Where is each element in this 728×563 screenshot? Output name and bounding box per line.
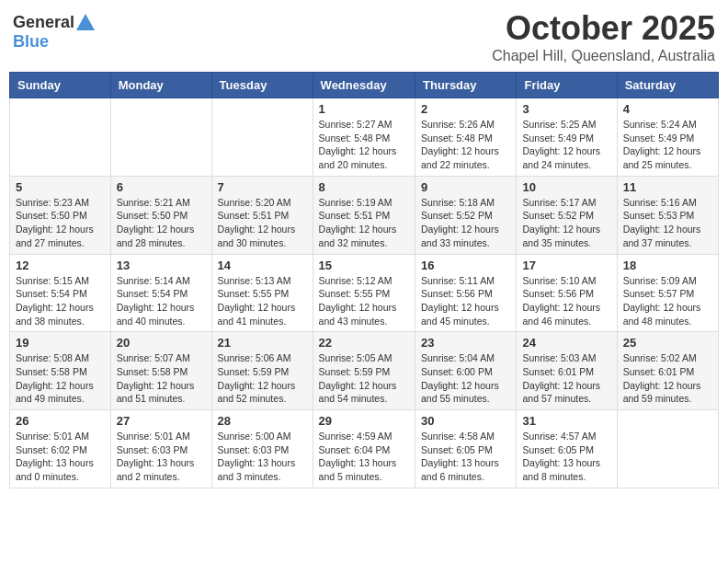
calendar-cell: 2Sunrise: 5:26 AM Sunset: 5:48 PM Daylig… xyxy=(415,98,517,177)
day-info: Sunrise: 5:13 AM Sunset: 5:55 PM Dayligh… xyxy=(218,274,307,328)
calendar-cell xyxy=(10,98,111,177)
logo-general-text: General xyxy=(13,13,74,32)
calendar-cell: 19Sunrise: 5:08 AM Sunset: 5:58 PM Dayli… xyxy=(10,332,111,410)
calendar-cell xyxy=(211,98,313,177)
day-info: Sunrise: 5:00 AM Sunset: 6:03 PM Dayligh… xyxy=(218,430,307,484)
day-number: 20 xyxy=(117,336,206,350)
logo: General Blue xyxy=(13,13,95,52)
day-number: 7 xyxy=(218,180,307,194)
calendar-cell: 12Sunrise: 5:15 AM Sunset: 5:54 PM Dayli… xyxy=(10,254,111,332)
calendar-cell: 26Sunrise: 5:01 AM Sunset: 6:02 PM Dayli… xyxy=(10,410,111,488)
calendar-cell: 22Sunrise: 5:05 AM Sunset: 5:59 PM Dayli… xyxy=(313,332,415,410)
day-number: 2 xyxy=(421,102,510,116)
calendar-cell: 23Sunrise: 5:04 AM Sunset: 6:00 PM Dayli… xyxy=(415,332,517,410)
day-number: 31 xyxy=(522,414,610,428)
day-info: Sunrise: 5:11 AM Sunset: 5:56 PM Dayligh… xyxy=(421,274,510,328)
calendar-cell xyxy=(110,98,211,177)
day-info: Sunrise: 5:17 AM Sunset: 5:52 PM Dayligh… xyxy=(522,196,610,250)
calendar-week-row: 5Sunrise: 5:23 AM Sunset: 5:50 PM Daylig… xyxy=(10,176,719,254)
column-header-monday: Monday xyxy=(110,73,211,98)
day-number: 12 xyxy=(16,259,105,272)
day-number: 18 xyxy=(623,259,712,272)
day-info: Sunrise: 5:01 AM Sunset: 6:03 PM Dayligh… xyxy=(117,430,206,484)
calendar-cell: 8Sunrise: 5:19 AM Sunset: 5:51 PM Daylig… xyxy=(313,176,415,254)
day-info: Sunrise: 5:12 AM Sunset: 5:55 PM Dayligh… xyxy=(319,274,409,328)
calendar-cell: 27Sunrise: 5:01 AM Sunset: 6:03 PM Dayli… xyxy=(110,410,211,488)
day-number: 14 xyxy=(218,259,307,272)
day-info: Sunrise: 5:18 AM Sunset: 5:52 PM Dayligh… xyxy=(421,196,510,250)
column-header-sunday: Sunday xyxy=(10,73,111,98)
calendar-cell: 1Sunrise: 5:27 AM Sunset: 5:48 PM Daylig… xyxy=(313,98,415,177)
calendar-cell: 18Sunrise: 5:09 AM Sunset: 5:57 PM Dayli… xyxy=(617,254,718,332)
calendar-header-row: SundayMondayTuesdayWednesdayThursdayFrid… xyxy=(10,73,719,98)
day-number: 27 xyxy=(117,414,206,428)
header: General Blue October 2025 Chapel Hill, Q… xyxy=(9,9,719,64)
day-info: Sunrise: 5:24 AM Sunset: 5:49 PM Dayligh… xyxy=(623,118,712,172)
calendar-cell: 10Sunrise: 5:17 AM Sunset: 5:52 PM Dayli… xyxy=(517,176,617,254)
column-header-thursday: Thursday xyxy=(415,73,517,98)
day-number: 26 xyxy=(16,414,105,428)
calendar-cell: 15Sunrise: 5:12 AM Sunset: 5:55 PM Dayli… xyxy=(313,254,415,332)
calendar-cell: 28Sunrise: 5:00 AM Sunset: 6:03 PM Dayli… xyxy=(211,410,313,488)
day-info: Sunrise: 4:58 AM Sunset: 6:05 PM Dayligh… xyxy=(421,430,510,484)
day-number: 15 xyxy=(319,259,409,272)
day-number: 23 xyxy=(421,336,510,350)
day-number: 10 xyxy=(522,180,610,194)
calendar-table: SundayMondayTuesdayWednesdayThursdayFrid… xyxy=(9,72,719,488)
day-info: Sunrise: 5:14 AM Sunset: 5:54 PM Dayligh… xyxy=(117,274,206,328)
calendar-cell: 14Sunrise: 5:13 AM Sunset: 5:55 PM Dayli… xyxy=(211,254,313,332)
logo-blue-text: Blue xyxy=(13,32,49,52)
day-number: 1 xyxy=(319,102,409,116)
calendar-cell: 13Sunrise: 5:14 AM Sunset: 5:54 PM Dayli… xyxy=(110,254,211,332)
calendar-week-row: 26Sunrise: 5:01 AM Sunset: 6:02 PM Dayli… xyxy=(10,410,719,488)
title-area: October 2025 Chapel Hill, Queensland, Au… xyxy=(492,9,715,64)
day-info: Sunrise: 5:20 AM Sunset: 5:51 PM Dayligh… xyxy=(218,196,307,250)
calendar-cell: 5Sunrise: 5:23 AM Sunset: 5:50 PM Daylig… xyxy=(10,176,111,254)
calendar-cell: 17Sunrise: 5:10 AM Sunset: 5:56 PM Dayli… xyxy=(517,254,617,332)
day-info: Sunrise: 5:23 AM Sunset: 5:50 PM Dayligh… xyxy=(16,196,105,250)
day-info: Sunrise: 5:01 AM Sunset: 6:02 PM Dayligh… xyxy=(16,430,105,484)
day-number: 19 xyxy=(16,336,105,350)
calendar-week-row: 12Sunrise: 5:15 AM Sunset: 5:54 PM Dayli… xyxy=(10,254,719,332)
calendar-cell: 20Sunrise: 5:07 AM Sunset: 5:58 PM Dayli… xyxy=(110,332,211,410)
calendar-cell: 31Sunrise: 4:57 AM Sunset: 6:05 PM Dayli… xyxy=(517,410,617,488)
day-info: Sunrise: 5:19 AM Sunset: 5:51 PM Dayligh… xyxy=(319,196,409,250)
day-info: Sunrise: 5:02 AM Sunset: 6:01 PM Dayligh… xyxy=(623,351,712,406)
day-number: 6 xyxy=(117,180,206,194)
day-info: Sunrise: 5:05 AM Sunset: 5:59 PM Dayligh… xyxy=(319,351,409,406)
day-number: 9 xyxy=(421,180,510,194)
sub-title: Chapel Hill, Queensland, Australia xyxy=(492,48,715,64)
day-number: 4 xyxy=(623,102,712,116)
day-info: Sunrise: 5:27 AM Sunset: 5:48 PM Dayligh… xyxy=(319,118,409,172)
day-info: Sunrise: 5:10 AM Sunset: 5:56 PM Dayligh… xyxy=(522,274,610,328)
calendar-cell: 24Sunrise: 5:03 AM Sunset: 6:01 PM Dayli… xyxy=(517,332,617,410)
day-number: 11 xyxy=(623,180,712,194)
day-number: 5 xyxy=(16,180,105,194)
day-info: Sunrise: 5:09 AM Sunset: 5:57 PM Dayligh… xyxy=(623,274,712,328)
calendar-week-row: 1Sunrise: 5:27 AM Sunset: 5:48 PM Daylig… xyxy=(10,98,719,177)
calendar-cell: 25Sunrise: 5:02 AM Sunset: 6:01 PM Dayli… xyxy=(617,332,718,410)
calendar-cell xyxy=(617,410,718,488)
calendar-cell: 16Sunrise: 5:11 AM Sunset: 5:56 PM Dayli… xyxy=(415,254,517,332)
day-number: 16 xyxy=(421,259,510,272)
day-info: Sunrise: 5:06 AM Sunset: 5:59 PM Dayligh… xyxy=(218,351,307,406)
calendar-cell: 9Sunrise: 5:18 AM Sunset: 5:52 PM Daylig… xyxy=(415,176,517,254)
day-number: 30 xyxy=(421,414,510,428)
logo-triangle-icon xyxy=(76,14,95,30)
column-header-saturday: Saturday xyxy=(617,73,718,98)
column-header-wednesday: Wednesday xyxy=(313,73,415,98)
calendar-cell: 21Sunrise: 5:06 AM Sunset: 5:59 PM Dayli… xyxy=(211,332,313,410)
main-title: October 2025 xyxy=(492,9,715,48)
day-info: Sunrise: 5:04 AM Sunset: 6:00 PM Dayligh… xyxy=(421,351,510,406)
calendar-cell: 4Sunrise: 5:24 AM Sunset: 5:49 PM Daylig… xyxy=(617,98,718,177)
calendar-cell: 30Sunrise: 4:58 AM Sunset: 6:05 PM Dayli… xyxy=(415,410,517,488)
day-info: Sunrise: 5:16 AM Sunset: 5:53 PM Dayligh… xyxy=(623,196,712,250)
day-info: Sunrise: 4:57 AM Sunset: 6:05 PM Dayligh… xyxy=(522,430,610,484)
day-info: Sunrise: 5:26 AM Sunset: 5:48 PM Dayligh… xyxy=(421,118,510,172)
day-number: 25 xyxy=(623,336,712,350)
day-number: 8 xyxy=(319,180,409,194)
day-number: 24 xyxy=(522,336,610,350)
calendar-cell: 11Sunrise: 5:16 AM Sunset: 5:53 PM Dayli… xyxy=(617,176,718,254)
day-info: Sunrise: 5:08 AM Sunset: 5:58 PM Dayligh… xyxy=(16,351,105,406)
day-info: Sunrise: 5:21 AM Sunset: 5:50 PM Dayligh… xyxy=(117,196,206,250)
